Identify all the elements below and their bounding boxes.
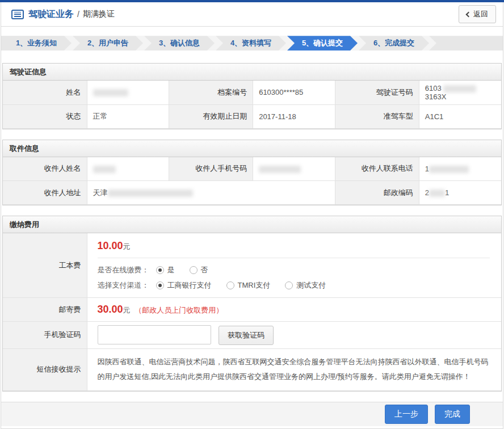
sms-code-input[interactable] — [98, 325, 211, 344]
radio-online-no[interactable]: 否 — [190, 265, 208, 275]
back-button[interactable]: 返回 — [459, 5, 496, 23]
step-2: 2、用户申告 — [73, 36, 143, 51]
address-value: 天津 — [87, 181, 335, 205]
radio-icon[interactable] — [156, 266, 164, 274]
file-number-value: 610300****85 — [253, 81, 335, 104]
redacted-phone — [429, 166, 469, 173]
page-header: 驾驶证业务 / 期满换证 返回 — [1, 2, 503, 27]
redacted-license-middle — [443, 85, 476, 92]
redacted-address — [108, 190, 193, 197]
chevron-left-icon — [466, 11, 472, 17]
radio-icon[interactable] — [156, 281, 164, 289]
cost-label: 工本费 — [3, 233, 87, 298]
sms-code-cell: 获取验证码 — [87, 322, 501, 349]
postage-label: 邮寄费 — [3, 298, 87, 322]
radio-channel-tmri[interactable]: TMRI支付 — [226, 280, 271, 291]
postage-note: （邮政人员上门收取费用） — [135, 306, 223, 314]
status-value: 正常 — [87, 104, 169, 128]
radio-icon[interactable] — [285, 281, 293, 289]
address-label: 收件人地址 — [3, 181, 87, 205]
cost-amount-line: 10.00元 — [98, 240, 502, 252]
recipient-name-value — [87, 157, 169, 181]
postcode-label: 邮政编码 — [335, 181, 419, 205]
get-code-button[interactable]: 获取验证码 — [219, 326, 274, 345]
table-row: 邮寄费 30.00元 （邮政人员上门收取费用） — [3, 298, 501, 322]
radio-channel-icbc[interactable]: 工商银行支付 — [156, 280, 212, 291]
step-5-active: 5、确认提交 — [287, 36, 358, 51]
recipient-phone-value: 1 — [419, 157, 501, 181]
table-row: 收件人姓名 收件人手机号码 收件人联系电话 1 — [3, 157, 501, 181]
step-3: 3、确认信息 — [144, 36, 215, 51]
recipient-phone-label: 收件人联系电话 — [335, 157, 419, 181]
content-area: 驾驶证信息 姓名 档案编号 610300****85 驾驶证号码 6103 31… — [1, 51, 503, 402]
fees-section: 缴纳费用 工本费 10.00元 是否在线缴费： 是 否 — [2, 216, 502, 392]
table-row: 状态 正常 有效期止日期 2017-11-18 准驾车型 A1C1 — [3, 104, 501, 128]
pickup-section-title: 取件信息 — [3, 140, 501, 157]
status-label: 状态 — [3, 104, 87, 128]
recipient-name-label: 收件人姓名 — [3, 157, 87, 181]
table-row: 工本费 10.00元 是否在线缴费： 是 否 选择支付渠道： — [3, 233, 501, 298]
sms-code-label: 手机验证码 — [3, 322, 87, 349]
postage-cell: 30.00元 （邮政人员上门收取费用） — [87, 298, 501, 322]
step-1: 1、业务须知 — [1, 36, 72, 51]
table-row: 手机验证码 获取验证码 — [3, 322, 501, 349]
pickup-info-table: 收件人姓名 收件人手机号码 收件人联系电话 1 收件人地址 天津 邮政编码 21 — [3, 157, 501, 205]
online-pay-row: 是否在线缴费： 是 否 — [98, 265, 502, 275]
cost-cell: 10.00元 是否在线缴费： 是 否 选择支付渠道： 工商银行支付 TMRI支付 — [87, 233, 501, 298]
name-label: 姓名 — [3, 81, 87, 104]
postcode-value: 21 — [419, 181, 501, 205]
name-value — [87, 81, 169, 104]
radio-icon[interactable] — [226, 281, 234, 289]
prev-step-button[interactable]: 上一步 — [385, 405, 428, 424]
recipient-mobile-value — [253, 157, 335, 181]
vehicle-class-label: 准驾车型 — [335, 104, 419, 128]
sms-tip-text: 因陕西省联通、电信运营商技术问题，陕西省互联网交通安全综合服务管理平台无法向持陕… — [87, 348, 501, 390]
back-button-label: 返回 — [473, 9, 488, 19]
cost-amount: 10.00 — [98, 240, 123, 251]
license-number-label: 驾驶证号码 — [335, 81, 419, 104]
breadcrumb-separator: / — [77, 10, 79, 19]
step-bar-filler — [429, 36, 503, 51]
redacted-name — [93, 89, 128, 96]
valid-until-label: 有效期止日期 — [169, 104, 253, 128]
fees-section-title: 缴纳费用 — [3, 216, 501, 233]
license-section-title: 驾驶证信息 — [3, 64, 501, 81]
fees-table: 工本费 10.00元 是否在线缴费： 是 否 选择支付渠道： — [3, 233, 501, 391]
radio-online-yes[interactable]: 是 — [156, 265, 175, 275]
file-number-label: 档案编号 — [169, 81, 253, 104]
footer-bar: 上一步 完成 — [1, 402, 503, 426]
recipient-mobile-label: 收件人手机号码 — [169, 157, 253, 181]
sms-tip-label: 短信接收提示 — [3, 348, 87, 390]
table-row: 短信接收提示 因陕西省联通、电信运营商技术问题，陕西省互联网交通安全综合服务管理… — [3, 348, 501, 390]
step-wizard: 1、业务须知 2、用户申告 3、确认信息 4、资料填写 5、确认提交 6、完成提… — [1, 36, 503, 51]
redacted-postcode — [429, 190, 445, 197]
license-number-value: 6103 3163X — [419, 81, 501, 104]
radio-channel-test[interactable]: 测试支付 — [285, 280, 326, 291]
pay-channel-row: 选择支付渠道： 工商银行支付 TMRI支付 测试支付 — [98, 280, 502, 291]
pickup-info-section: 取件信息 收件人姓名 收件人手机号码 收件人联系电话 1 收件人地址 天津 邮政… — [2, 140, 502, 206]
done-button[interactable]: 完成 — [435, 405, 470, 424]
license-info-table: 姓名 档案编号 610300****85 驾驶证号码 6103 3163X 状态… — [3, 81, 501, 129]
online-pay-label: 是否在线缴费： — [98, 265, 149, 275]
table-row: 姓名 档案编号 610300****85 驾驶证号码 6103 3163X — [3, 81, 501, 104]
postage-amount: 30.00 — [98, 304, 123, 315]
license-info-section: 驾驶证信息 姓名 档案编号 610300****85 驾驶证号码 6103 31… — [2, 63, 502, 129]
pay-channel-label: 选择支付渠道： — [98, 280, 149, 291]
divider — [98, 258, 490, 258]
redacted-recipient-name — [93, 166, 116, 173]
radio-icon[interactable] — [190, 266, 198, 274]
breadcrumb-current: 期满换证 — [83, 9, 115, 19]
step-6: 6、完成提交 — [359, 36, 429, 51]
valid-until-value: 2017-11-18 — [253, 104, 335, 128]
vehicle-class-value: A1C1 — [419, 104, 501, 128]
page-title: 驾驶证业务 — [28, 9, 74, 20]
table-row: 收件人地址 天津 邮政编码 21 — [3, 181, 501, 205]
step-4: 4、资料填写 — [216, 36, 286, 51]
main-panel: 驾驶证业务 / 期满换证 返回 1、业务须知 2、用户申告 3、确认信息 4、资… — [1, 2, 503, 429]
list-icon — [11, 10, 24, 19]
redacted-mobile — [259, 166, 301, 173]
